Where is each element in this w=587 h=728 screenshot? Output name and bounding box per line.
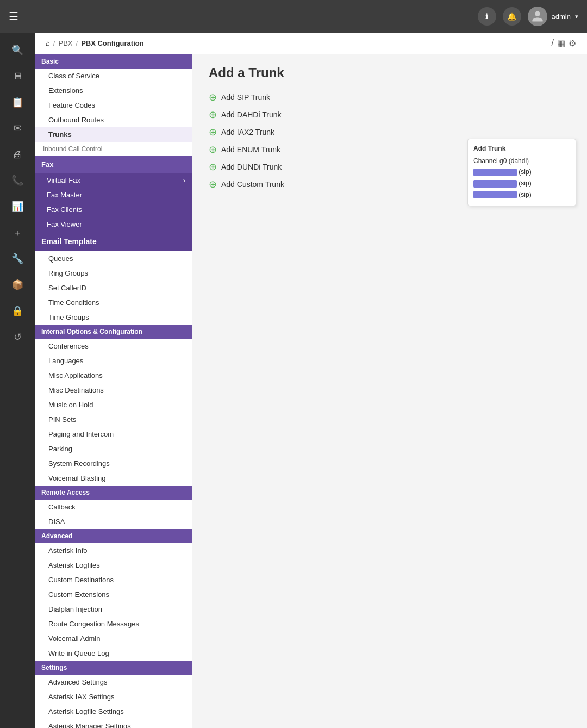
nav-asterisk-iax[interactable]: Asterisk IAX Settings xyxy=(35,689,192,704)
nav-parking[interactable]: Parking xyxy=(35,441,192,456)
nav-box[interactable]: 📦 xyxy=(7,274,28,296)
relative-container: Add a Trunk ⊕ Add SIP Trunk ⊕ Add DAHDi … xyxy=(192,54,587,728)
nav-feature-codes[interactable]: Feature Codes xyxy=(35,98,192,113)
nav-dialplan-injection[interactable]: Dialplan Injection xyxy=(35,602,192,617)
add-icon-sip: ⊕ xyxy=(209,91,217,103)
blurred-sip3 xyxy=(473,191,517,198)
trunk-item-dahdi[interactable]: ⊕ Add DAHDi Trunk xyxy=(209,109,571,121)
nav-paging-intercom[interactable]: Paging and Intercom xyxy=(35,427,192,441)
nav-history[interactable]: ↺ xyxy=(7,326,28,348)
topbar: ☰ ℹ 🔔 admin ▾ xyxy=(0,0,587,33)
section-advanced: Advanced xyxy=(35,529,192,543)
trunk-label-enum[interactable]: Add ENUM Trunk xyxy=(221,145,280,154)
nav-inbound-call-control[interactable]: Inbound Call Control xyxy=(35,142,192,156)
sep2: / xyxy=(76,39,78,47)
page-title: Add a Trunk xyxy=(209,65,571,80)
nav-set-callerid[interactable]: Set CallerID xyxy=(35,281,192,295)
nav-phone[interactable]: 📞 xyxy=(7,170,28,191)
nav-advanced-settings[interactable]: Advanced Settings xyxy=(35,675,192,689)
nav-time-conditions[interactable]: Time Conditions xyxy=(35,295,192,310)
nav-virtual-fax[interactable]: Virtual Fax › xyxy=(35,173,192,188)
nav-search[interactable]: 🔍 xyxy=(7,39,28,61)
trunk-label-iax2[interactable]: Add IAX2 Trunk xyxy=(221,128,274,136)
nav-write-queue-log[interactable]: Write in Queue Log xyxy=(35,646,192,661)
nav-extensions[interactable]: Extensions xyxy=(35,83,192,98)
nav-custom-destinations[interactable]: Custom Destinations xyxy=(35,573,192,587)
nav-trunks[interactable]: Trunks xyxy=(35,127,192,142)
section-remote: Remote Access xyxy=(35,486,192,500)
nav-voicemail-admin[interactable]: Voicemail Admin xyxy=(35,631,192,646)
nav-conferences[interactable]: Conferences xyxy=(35,339,192,353)
nav-asterisk-logfiles[interactable]: Asterisk Logfiles xyxy=(35,558,192,573)
nav-system-recordings[interactable]: System Recordings xyxy=(35,456,192,471)
grid-icon[interactable]: ▦ xyxy=(557,38,565,48)
main-layout: 🔍 🖥 📋 ✉ 🖨 📞 📊 ＋ 🔧 📦 🔒 ↺ ⌂ / PBX / PBX Co… xyxy=(0,33,587,728)
nav-fax-viewer[interactable]: Fax Viewer xyxy=(35,217,192,232)
nav-pin-sets[interactable]: PIN Sets xyxy=(35,412,192,427)
nav-fax-clients[interactable]: Fax Clients xyxy=(35,202,192,217)
blurred-sip1 xyxy=(473,169,517,176)
settings-icon[interactable]: ⚙ xyxy=(569,38,576,48)
trunk-label-dahdi[interactable]: Add DAHDi Trunk xyxy=(221,110,281,119)
add-icon-custom: ⊕ xyxy=(209,178,217,190)
nav-fax-master[interactable]: Fax Master xyxy=(35,188,192,202)
nav-route-congestion[interactable]: Route Congestion Messages xyxy=(35,617,192,631)
info-icon-button[interactable]: ℹ xyxy=(478,7,496,26)
nav-asterisk-info[interactable]: Asterisk Info xyxy=(35,543,192,558)
nav-asterisk-manager[interactable]: Asterisk Manager Settings xyxy=(35,719,192,728)
trunk-panel-sip3[interactable]: (sip) xyxy=(473,189,570,201)
info-icon: ℹ xyxy=(485,12,488,21)
bell-icon-button[interactable]: 🔔 xyxy=(503,7,521,26)
trunk-item-iax2[interactable]: ⊕ Add IAX2 Trunk xyxy=(209,126,571,138)
nav-time-groups[interactable]: Time Groups xyxy=(35,310,192,325)
add-icon-dahdi: ⊕ xyxy=(209,109,217,121)
inner-layout: Basic Class of Service Extensions Featur… xyxy=(35,54,587,728)
topbar-right: ℹ 🔔 admin ▾ xyxy=(478,7,578,26)
user-menu[interactable]: admin ▾ xyxy=(528,7,578,26)
nav-asterisk-logfile-settings[interactable]: Asterisk Logfile Settings xyxy=(35,704,192,719)
nav-fax-header[interactable]: Fax xyxy=(35,156,192,173)
nav-outbound-routes[interactable]: Outbound Routes xyxy=(35,113,192,127)
nav-mail[interactable]: ✉ xyxy=(7,117,28,139)
nav-class-of-service[interactable]: Class of Service xyxy=(35,69,192,83)
trunk-label-custom[interactable]: Add Custom Trunk xyxy=(221,180,284,189)
nav-custom-extensions[interactable]: Custom Extensions xyxy=(35,587,192,602)
nav-voicemail-blasting[interactable]: Voicemail Blasting xyxy=(35,471,192,486)
trunk-item-sip[interactable]: ⊕ Add SIP Trunk xyxy=(209,91,571,103)
arrow-icon: › xyxy=(183,176,185,184)
add-icon-iax2: ⊕ xyxy=(209,126,217,138)
breadcrumb-current: PBX Configuration xyxy=(81,39,144,47)
trunk-panel-sip2[interactable]: (sip) xyxy=(473,178,570,189)
nav-music-on-hold[interactable]: Music on Hold xyxy=(35,397,192,412)
trunk-panel-dahdi[interactable]: Channel g0 (dahdi) xyxy=(473,155,570,166)
avatar xyxy=(528,7,547,26)
nav-plus[interactable]: ＋ xyxy=(7,222,28,244)
sip3-suffix: (sip) xyxy=(519,191,531,198)
nav-queues[interactable]: Queues xyxy=(35,251,192,266)
nav-languages[interactable]: Languages xyxy=(35,353,192,368)
trunk-label-sip[interactable]: Add SIP Trunk xyxy=(221,93,270,102)
nav-misc-destinations[interactable]: Misc Destinations xyxy=(35,383,192,397)
nav-misc-applications[interactable]: Misc Applications xyxy=(35,368,192,383)
nav-email-template[interactable]: Email Template xyxy=(35,232,192,251)
home-icon[interactable]: ⌂ xyxy=(46,39,50,47)
nav-chart[interactable]: 📊 xyxy=(7,196,28,217)
add-icon-dundi: ⊕ xyxy=(209,161,217,173)
nav-print[interactable]: 🖨 xyxy=(7,144,28,165)
nav-callback[interactable]: Callback xyxy=(35,500,192,514)
nav-lock[interactable]: 🔒 xyxy=(7,300,28,322)
trunk-label-dundi[interactable]: Add DUNDi Trunk xyxy=(221,163,282,171)
section-internal: Internal Options & Configuration xyxy=(35,325,192,339)
trunk-panel-sip1[interactable]: (sip) xyxy=(473,166,570,178)
section-settings: Settings xyxy=(35,661,192,675)
breadcrumb-pbx[interactable]: PBX xyxy=(58,39,72,47)
hamburger-menu[interactable]: ☰ xyxy=(9,10,18,23)
nav-ring-groups[interactable]: Ring Groups xyxy=(35,266,192,281)
nav-disa[interactable]: DISA xyxy=(35,514,192,529)
nav-monitor[interactable]: 🖥 xyxy=(7,65,28,87)
sip1-suffix: (sip) xyxy=(519,168,531,176)
add-icon-enum: ⊕ xyxy=(209,144,217,155)
nav-puzzle[interactable]: 🔧 xyxy=(7,248,28,270)
fax-label: Fax xyxy=(41,160,53,169)
nav-book[interactable]: 📋 xyxy=(7,91,28,113)
